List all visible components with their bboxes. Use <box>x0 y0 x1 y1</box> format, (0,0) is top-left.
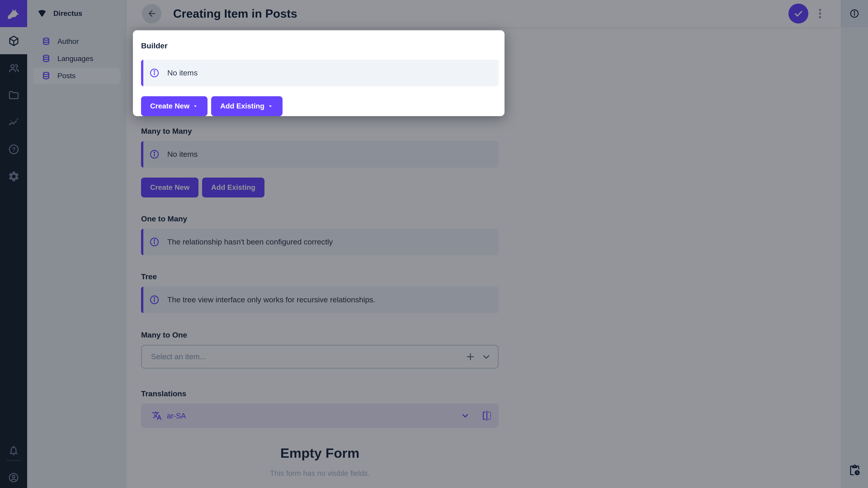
notice-banner: No items <box>141 60 499 86</box>
notice-text: No items <box>167 68 197 77</box>
field-label: Builder <box>141 41 499 52</box>
caret-down-icon <box>192 103 198 109</box>
field-builder-spotlight-card: Builder No items Create New Add Existing <box>133 30 504 116</box>
create-new-button[interactable]: Create New <box>141 96 208 116</box>
button-label: Add Existing <box>220 102 265 110</box>
info-icon <box>149 68 160 78</box>
button-label: Create New <box>150 102 189 110</box>
app-root: ? Directus <box>0 0 868 488</box>
add-existing-button[interactable]: Add Existing <box>211 96 283 116</box>
caret-down-icon <box>267 103 274 109</box>
